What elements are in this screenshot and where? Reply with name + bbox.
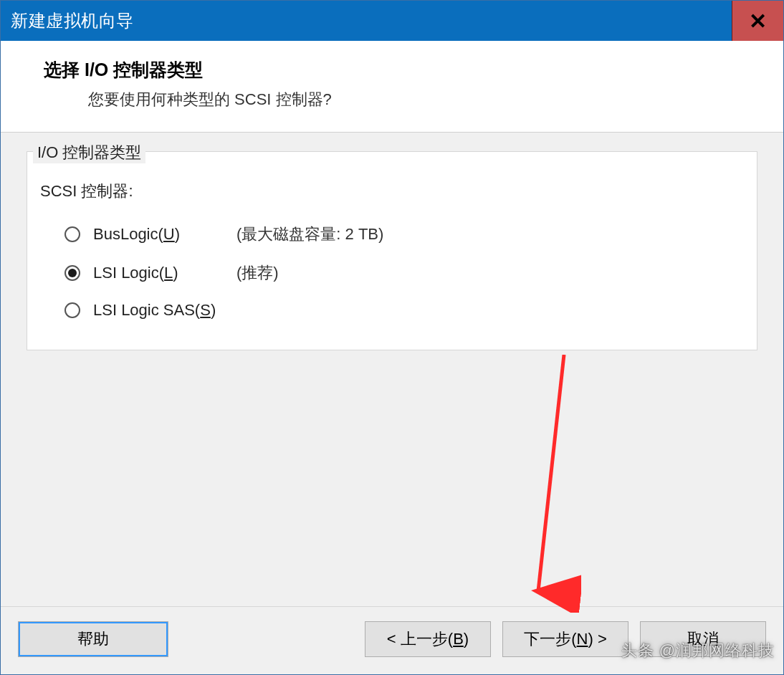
- radio-label-lsilogic: LSI Logic(L): [93, 264, 236, 282]
- cancel-button[interactable]: 取消: [640, 621, 766, 657]
- radio-row-buslogic[interactable]: BusLogic(U) (最大磁盘容量: 2 TB): [27, 215, 757, 254]
- page-subheading: 您要使用何种类型的 SCSI 控制器?: [88, 89, 755, 110]
- radio-row-lsilogic-sas[interactable]: LSI Logic SAS(S): [27, 292, 757, 328]
- content-area: 选择 I/O 控制器类型 您要使用何种类型的 SCSI 控制器? I/O 控制器…: [1, 41, 783, 674]
- close-icon: ✕: [749, 9, 767, 34]
- radio-lsilogic-sas[interactable]: [64, 302, 80, 318]
- footer-bar: 帮助 < 上一步(B) 下一步(N) > 取消: [1, 606, 783, 674]
- radio-buslogic[interactable]: [64, 226, 80, 242]
- radio-lsilogic[interactable]: [64, 265, 80, 281]
- close-button[interactable]: ✕: [732, 1, 783, 41]
- help-button[interactable]: 帮助: [18, 621, 168, 657]
- radio-label-lsilogic-sas: LSI Logic SAS(S): [93, 301, 216, 320]
- titlebar: 新建虚拟机向导 ✕: [1, 1, 783, 41]
- svg-line-1: [538, 355, 564, 591]
- scsi-controller-label: SCSI 控制器:: [27, 173, 757, 215]
- io-controller-fieldset: I/O 控制器类型 SCSI 控制器: BusLogic(U) (最大磁盘容量:…: [27, 151, 757, 350]
- body-section: I/O 控制器类型 SCSI 控制器: BusLogic(U) (最大磁盘容量:…: [1, 133, 783, 606]
- next-button[interactable]: 下一步(N) >: [502, 621, 628, 657]
- wizard-window: 新建虚拟机向导 ✕ 选择 I/O 控制器类型 您要使用何种类型的 SCSI 控制…: [0, 0, 784, 675]
- back-button[interactable]: < 上一步(B): [365, 621, 491, 657]
- radio-note-buslogic: (最大磁盘容量: 2 TB): [236, 224, 383, 245]
- page-heading: 选择 I/O 控制器类型: [44, 58, 755, 82]
- radio-label-buslogic: BusLogic(U): [93, 225, 236, 244]
- radio-note-lsilogic: (推荐): [236, 262, 279, 284]
- radio-row-lsilogic[interactable]: LSI Logic(L) (推荐): [27, 254, 757, 292]
- window-title: 新建虚拟机向导: [11, 9, 134, 32]
- header-section: 选择 I/O 控制器类型 您要使用何种类型的 SCSI 控制器?: [1, 41, 783, 133]
- annotation-arrow-icon: [495, 355, 581, 613]
- fieldset-legend: I/O 控制器类型: [33, 142, 145, 163]
